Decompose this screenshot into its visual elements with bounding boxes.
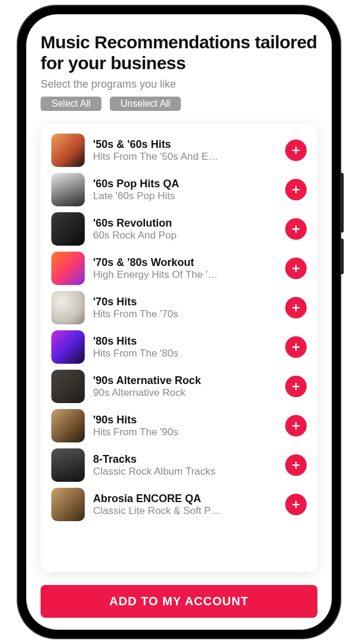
- plus-icon: [291, 145, 301, 156]
- program-text: '70s & '80s WorkoutHigh Energy Hits Of T…: [93, 256, 277, 281]
- plus-icon: [291, 499, 301, 510]
- programs-card: '50s & '60s HitsHits From The '50s And E…: [41, 124, 317, 572]
- programs-list: '50s & '60s HitsHits From The '50s And E…: [51, 134, 307, 521]
- phone-side-button: [340, 239, 344, 274]
- list-item[interactable]: '60s Revolution60s Rock And Pop: [51, 212, 307, 246]
- list-item[interactable]: '80s HitsHits From The '80s: [51, 330, 307, 364]
- program-subtitle: Hits From The '70s: [93, 308, 277, 320]
- list-item[interactable]: '50s & '60s HitsHits From The '50s And E…: [51, 134, 307, 167]
- program-subtitle: Classic Lite Rock & Soft P…: [93, 505, 277, 517]
- list-item[interactable]: '70s HitsHits From The '70s: [51, 291, 307, 324]
- plus-icon: [291, 381, 301, 392]
- phone-side-button: [340, 173, 344, 233]
- program-text: '70s HitsHits From The '70s: [93, 296, 277, 320]
- program-thumbnail: [51, 448, 85, 482]
- program-text: '60s Pop Hits QALate '60s Pop Hits: [93, 178, 277, 202]
- add-program-button[interactable]: [285, 218, 307, 240]
- add-program-button[interactable]: [285, 336, 307, 358]
- add-program-button[interactable]: [285, 140, 307, 161]
- page-title: Music Recommendations tailored for your …: [41, 32, 317, 73]
- add-program-button[interactable]: [285, 179, 307, 200]
- program-title: '80s Hits: [93, 335, 277, 348]
- program-subtitle: Hits From The '90s: [93, 426, 277, 438]
- program-title: '70s Hits: [93, 296, 277, 308]
- add-program-button[interactable]: [285, 415, 307, 436]
- plus-icon: [291, 184, 301, 195]
- select-all-button[interactable]: Select All: [41, 97, 101, 111]
- program-subtitle: 60s Rock And Pop: [93, 230, 277, 242]
- program-thumbnail: [51, 488, 85, 521]
- plus-icon: [291, 460, 301, 470]
- page-subtitle: Select the programs you like: [41, 78, 317, 91]
- plus-icon: [291, 302, 301, 313]
- plus-icon: [291, 224, 301, 234]
- program-text: '60s Revolution60s Rock And Pop: [93, 217, 277, 242]
- add-program-button[interactable]: [285, 494, 307, 515]
- list-item[interactable]: '90s HitsHits From The '90s: [51, 409, 307, 442]
- list-item[interactable]: '70s & '80s WorkoutHigh Energy Hits Of T…: [51, 252, 307, 285]
- program-title: '60s Pop Hits QA: [93, 178, 277, 190]
- program-subtitle: Late '60s Pop Hits: [93, 190, 277, 202]
- list-item[interactable]: 8-TracksClassic Rock Album Tracks: [51, 448, 307, 482]
- program-title: '90s Alternative Rock: [93, 374, 277, 387]
- program-text: '50s & '60s HitsHits From The '50s And E…: [93, 138, 277, 163]
- program-thumbnail: [51, 330, 85, 364]
- add-program-button[interactable]: [285, 376, 307, 397]
- program-thumbnail: [51, 212, 85, 246]
- plus-icon: [291, 263, 301, 274]
- add-program-button[interactable]: [285, 258, 307, 279]
- list-item[interactable]: '60s Pop Hits QALate '60s Pop Hits: [51, 173, 307, 206]
- program-title: Abrosia ENCORE QA: [93, 493, 277, 505]
- program-text: 8-TracksClassic Rock Album Tracks: [93, 453, 277, 478]
- program-text: '90s HitsHits From The '90s: [93, 414, 277, 438]
- program-text: Abrosia ENCORE QAClassic Lite Rock & Sof…: [93, 493, 277, 517]
- unselect-all-button[interactable]: Unselect All: [110, 97, 181, 111]
- add-to-account-button[interactable]: ADD TO MY ACCOUNT: [41, 585, 317, 618]
- program-thumbnail: [51, 173, 85, 206]
- list-item[interactable]: '90s Alternative Rock90s Alternative Roc…: [51, 370, 307, 403]
- phone-frame: Music Recommendations tailored for your …: [18, 6, 340, 638]
- plus-icon: [291, 342, 301, 352]
- program-title: '50s & '60s Hits: [93, 138, 277, 151]
- add-program-button[interactable]: [285, 454, 307, 476]
- program-thumbnail: [51, 370, 85, 403]
- program-title: '70s & '80s Workout: [93, 256, 277, 269]
- program-text: '80s HitsHits From The '80s: [93, 335, 277, 360]
- program-thumbnail: [51, 134, 85, 167]
- program-subtitle: Classic Rock Album Tracks: [93, 466, 277, 478]
- program-title: '60s Revolution: [93, 217, 277, 230]
- program-thumbnail: [51, 291, 85, 324]
- program-subtitle: 90s Alternative Rock: [93, 387, 277, 399]
- program-subtitle: Hits From The '80s: [93, 348, 277, 360]
- program-title: 8-Tracks: [93, 453, 277, 466]
- program-title: '90s Hits: [93, 414, 277, 426]
- program-subtitle: High Energy Hits Of The '…: [93, 269, 277, 281]
- list-item[interactable]: Abrosia ENCORE QAClassic Lite Rock & Sof…: [51, 488, 307, 521]
- app-screen: Music Recommendations tailored for your …: [26, 14, 332, 630]
- program-text: '90s Alternative Rock90s Alternative Roc…: [93, 374, 277, 399]
- program-thumbnail: [51, 409, 85, 442]
- add-program-button[interactable]: [285, 297, 307, 318]
- plus-icon: [291, 420, 301, 431]
- program-thumbnail: [51, 252, 85, 285]
- program-subtitle: Hits From The '50s And E…: [93, 151, 277, 163]
- bulk-action-row: Select All Unselect All: [41, 97, 317, 111]
